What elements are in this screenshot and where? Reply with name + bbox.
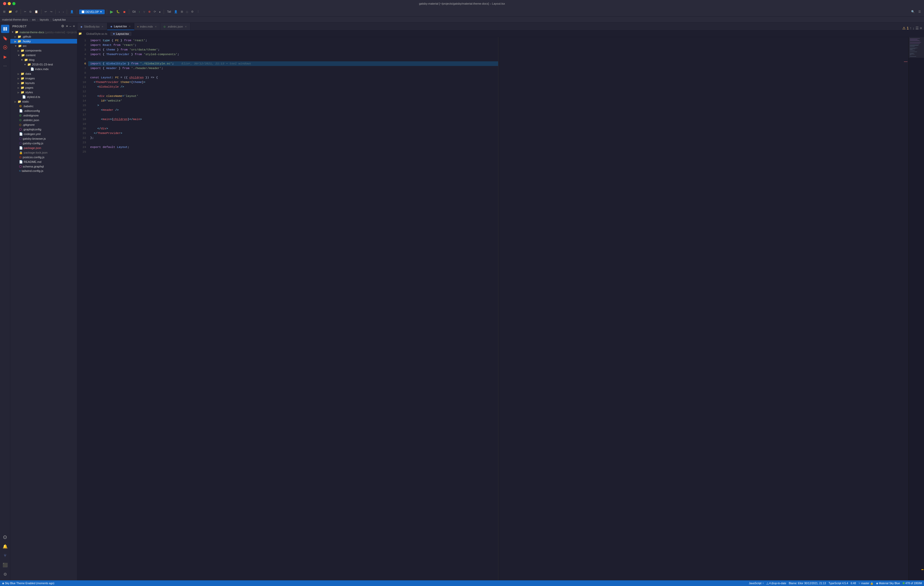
activity-search[interactable]: ⊙ [1,533,9,541]
status-branch[interactable]: ⑂ master 🔒 [858,582,873,585]
activity-explorer[interactable] [1,25,9,33]
tree-item-postcss[interactable]: ⊙ postcss.config.js [10,155,77,160]
status-memory[interactable]: 478 of 1950M [903,582,922,585]
secondary-tab-layout[interactable]: ◈ Layout.tsx [111,32,132,36]
tree-item-schema[interactable]: ⬡ schema.graphql [10,164,77,169]
tree-item-index-mdx[interactable]: 📄 index.mdx [10,67,77,71]
status-updates[interactable]: △ 4 Δ/up-to-date [766,582,786,585]
activity-settings[interactable]: ⚙ [1,570,9,578]
tree-item-editorconfig[interactable]: 📄 .editorconfig [10,109,77,113]
more-button[interactable]: ⋮ [196,10,201,14]
status-language[interactable]: JavaScript ⑂ [749,582,764,585]
tab-sitebody[interactable]: ◈ SiteBody.tsx × [78,23,107,30]
activity-git[interactable] [1,43,9,51]
status-theme[interactable]: ◈ Material Sky Blue [876,582,900,585]
undo-button[interactable]: ↩ [44,10,48,14]
tab-close-layout[interactable]: × [129,25,131,28]
refresh-button[interactable]: ↺ [14,10,18,14]
tree-item-graphqlconfig[interactable]: ⬡ .graphqlconfig [10,127,77,132]
sidebar-collapse-icon[interactable]: – [69,24,71,28]
tree-item-test-post[interactable]: ▼ 📁 2018-01-23-test [10,62,77,67]
upload-button[interactable]: ↑ [138,10,141,14]
tab-index-mdx[interactable]: ▪ index.mdx × [134,23,160,30]
activity-bookmark[interactable]: 🔖 [1,34,9,42]
tree-item-components[interactable]: ▶ 📁 components [10,48,77,53]
tab-close-eslintrc[interactable]: × [185,25,187,28]
paste-button[interactable]: 📋 [33,10,39,14]
tree-item-package-lock[interactable]: 🔒 package-lock.json [10,150,77,155]
tab-close-index-mdx[interactable]: × [154,25,157,28]
user2-button[interactable]: 👤 [173,10,179,14]
sidebar-settings-icon[interactable]: ⚙ [61,24,64,28]
tree-item-readme[interactable]: 📄 README.md [10,160,77,164]
sidebar-toggle-button[interactable]: ⊞ [2,10,7,14]
warning-icon[interactable]: ⚠ 1 [903,26,909,30]
tree-item-github[interactable]: ▶ 📁 .github [10,34,77,39]
sidebar-close-icon[interactable]: × [73,24,75,28]
status-blame[interactable]: Blame: Elior 30/12/2021, 21:13 [789,582,826,585]
activity-more[interactable]: ··· [1,62,9,70]
split-editor-icon[interactable]: ☰ [916,26,919,30]
breadcrumb-item-file[interactable]: Layout.tsx [53,18,66,21]
reload-button[interactable]: ⟳ [153,10,157,14]
minimap[interactable] [909,37,924,580]
tail-button[interactable]: Tail [166,10,172,14]
tree-item-blog[interactable]: ▼ 📁 blog [10,58,77,62]
maximize-button[interactable] [12,2,15,5]
redo-button[interactable]: ↪ [49,10,53,14]
tree-item-eslintignore[interactable]: ⊘ .eslintignore [10,113,77,118]
error-button[interactable]: ⊗ [147,10,152,14]
explorer-button[interactable]: 📁 [7,10,13,14]
tree-item-layouts[interactable]: ▶ 📁 layouts [10,81,77,85]
box-button[interactable]: □ [185,10,189,14]
sidebar-filter-icon[interactable]: ⌖ [66,24,68,28]
scroll-up-icon[interactable]: ↑ [910,26,912,30]
tree-item-babelrc[interactable]: ⚙ .babelrc [10,104,77,109]
code-editor[interactable]: import type { FC } from 'react'; import … [88,37,498,580]
status-typescript[interactable]: TypeScript 4.5.4 [828,582,848,585]
tree-item-root[interactable]: ▼ 📁 material-theme-docs [gatsby-material… [10,30,77,34]
activity-notifications[interactable]: 🔔 [1,542,9,550]
grid-button[interactable]: ⊞ [180,10,184,14]
activity-terminal[interactable]: ⬛ [1,561,9,569]
tab-layout[interactable]: ◈ Layout.tsx × [107,23,135,30]
close-button[interactable] [3,2,6,5]
toolbar-list-icon[interactable]: ≡ [920,26,922,30]
copy-button[interactable]: ⧉ [28,10,33,14]
tree-item-husky[interactable]: ▶ 📁 .husky [10,39,77,44]
activity-git-branch[interactable]: ⑂ [1,551,9,560]
tree-item-eslintrc[interactable]: ⊙ .eslintrc.json [10,118,77,122]
activity-run[interactable]: ▶ [1,53,9,61]
tab-close-sitebody[interactable]: × [101,25,104,28]
tree-item-data[interactable]: ▶ 📁 data [10,71,77,76]
user-button[interactable]: 👤 [69,10,75,14]
menu-button[interactable]: ☰ [917,10,922,14]
breadcrumb-item-src[interactable]: src [32,18,36,21]
tree-item-codegen[interactable]: 📄 codegen.yml [10,132,77,136]
tree-item-images[interactable]: ▶ 📁 images [10,76,77,81]
back-button[interactable]: ‹ [58,10,61,14]
tree-item-gatsby-config[interactable]: ⬡ gatsby-config.js [10,141,77,146]
cut-button[interactable]: ✂ [23,10,27,14]
tree-item-styled-dts[interactable]: 📄 styled.d.ts [10,95,77,99]
git-button[interactable]: Git [131,10,137,14]
tree-item-package-json[interactable]: 📄 package.json [10,146,77,150]
tree-item-gitignore[interactable]: ◇ .gitignore [10,122,77,127]
circle-button[interactable]: ● [158,10,162,14]
develop-button[interactable]: DEVELOP ▼ [79,10,105,14]
run-button[interactable]: ▶ [109,9,114,15]
tree-item-src[interactable]: ▼ 📁 src [10,44,77,48]
tab-eslintrc[interactable]: ⊙ .eslintrc.json × [160,23,191,30]
stop-button[interactable]: ⏹ [122,10,127,14]
secondary-tab-globalstyle[interactable]: GlobalStyle.sc.ts [84,32,110,36]
minimize-button[interactable] [8,2,11,5]
scroll-down-icon[interactable]: ↓ [912,26,914,30]
status-line-col[interactable]: 6:48 [851,582,856,585]
forward-button[interactable]: › [62,10,65,14]
status-theme-item[interactable]: ◈ Sky Blue Theme Enabled (moments ago) [2,582,54,585]
breadcrumb-item-layouts[interactable]: layouts [40,18,49,21]
tree-item-gatsby-browser[interactable]: ⬡ gatsby-browser.js [10,136,77,141]
branch-button[interactable]: ⑂ [142,10,146,14]
tree-item-styles[interactable]: ▶ 📁 styles [10,90,77,95]
settings-button[interactable]: ⚙ [190,10,195,14]
